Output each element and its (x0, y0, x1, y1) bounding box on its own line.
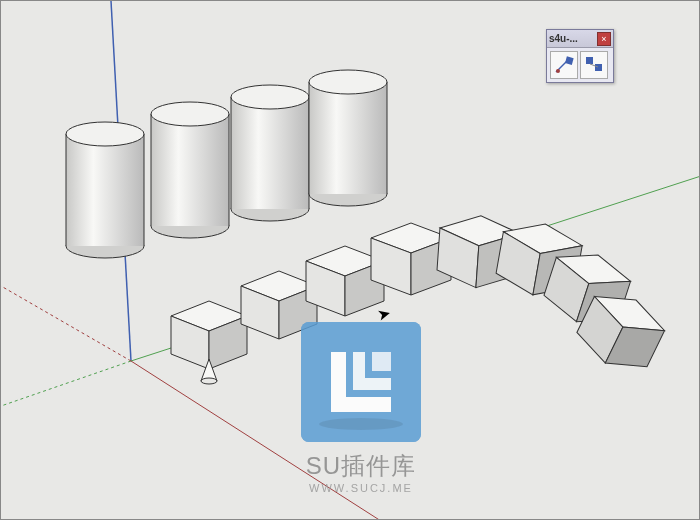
plugin-toolbar[interactable]: s4u-... × (546, 29, 614, 83)
toolbar-body (547, 48, 613, 82)
toolbar-title: s4u-... (549, 33, 578, 44)
svg-point-45 (201, 378, 217, 384)
axis-red-neg (1, 286, 131, 361)
svg-rect-49 (586, 57, 593, 64)
close-icon[interactable]: × (597, 32, 611, 46)
svg-point-14 (231, 85, 309, 109)
cylinder-2 (151, 102, 229, 238)
cylinder-4 (309, 70, 387, 206)
watermark-sub-text: WWW.SUCJ.ME (301, 482, 421, 494)
svg-point-19 (309, 70, 387, 94)
watermark-main-text: SU插件库 (301, 450, 421, 482)
svg-point-48 (556, 69, 560, 73)
svg-point-53 (319, 418, 403, 430)
tool-random-button[interactable] (580, 51, 608, 79)
svg-point-9 (151, 102, 229, 126)
svg-point-4 (66, 122, 144, 146)
svg-rect-16 (309, 82, 387, 194)
cylinder-3 (231, 85, 309, 221)
random-icon (583, 54, 605, 76)
svg-rect-50 (595, 64, 602, 71)
svg-rect-1 (66, 131, 144, 246)
axis-green-neg (1, 361, 131, 406)
tool-align-button[interactable] (550, 51, 578, 79)
watermark: SU插件库 WWW.SUCJ.ME (301, 322, 421, 494)
svg-rect-11 (231, 97, 309, 209)
cylinder-1 (66, 122, 144, 258)
svg-rect-47 (565, 56, 574, 65)
viewport-3d[interactable]: ➤ s4u-... × (1, 1, 699, 519)
toolbar-titlebar[interactable]: s4u-... × (547, 30, 613, 48)
svg-rect-6 (151, 114, 229, 226)
watermark-logo-icon (301, 322, 421, 442)
align-icon (553, 54, 575, 76)
